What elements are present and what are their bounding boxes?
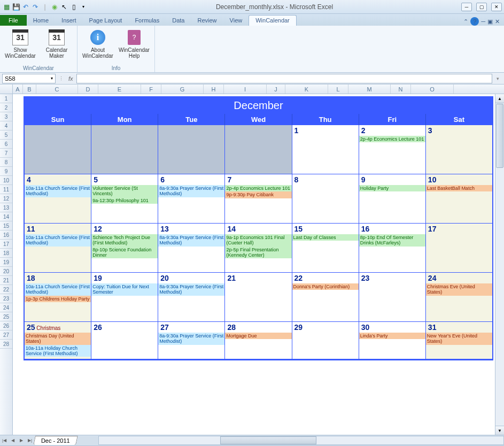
column-header[interactable]: L [328,84,348,94]
column-header[interactable]: K [285,84,328,94]
scroll-thumb[interactable] [496,104,503,168]
row-header[interactable]: 24 [0,303,12,312]
calendar-maker-button[interactable]: 31 Calendar Maker [41,28,73,65]
row-header[interactable]: 4 [0,121,12,130]
calendar-day-cell[interactable]: 28Mortgage Due [225,322,292,359]
row-header[interactable]: 26 [0,321,12,330]
calendar-event[interactable]: 2p-4p Economics Lecture 101 [359,136,425,142]
tab-review[interactable]: Review [191,16,223,26]
calendar-day-cell[interactable]: 12Schience Tech Project Due (First Metho… [91,224,158,273]
calendar-day-cell[interactable]: 9Holiday Party [359,174,426,224]
calendar-day-cell[interactable]: 30Linda's Party [359,322,426,359]
calendar-event[interactable]: Last Day of Classes [292,234,359,241]
ribbon-minimize-icon[interactable]: ⌃ [463,18,468,25]
row-header[interactable]: 11 [0,185,12,194]
tab-view[interactable]: View [223,16,249,26]
column-header[interactable]: I [224,84,267,94]
calendar-event[interactable]: 8a-9:30a Prayer Service (First Methodist… [158,234,224,247]
sheet-tab-active[interactable]: Dec - 2011 [33,436,77,445]
row-header[interactable]: 14 [0,212,12,221]
tab-last-icon[interactable]: ▶| [26,436,34,445]
row-header[interactable]: 9 [0,167,12,176]
calendar-day-cell[interactable]: 19Copy: Tuition Due for Next Semester [91,273,158,322]
row-header[interactable]: 2 [0,103,12,112]
column-header[interactable]: E [98,84,141,94]
row-header[interactable]: 27 [0,330,12,340]
tab-insert[interactable]: Insert [55,16,83,26]
row-header[interactable]: 10 [0,176,12,185]
row-header[interactable]: 6 [0,140,12,149]
row-header[interactable]: 13 [0,203,12,212]
calendar-event[interactable]: 2p-5p Final Presentation (Kennedy Center… [225,247,291,259]
sheet-content[interactable]: December SunMonTueWedThuFriSat 122p-4p E… [13,94,504,435]
name-box-expand-icon[interactable]: ⋮ [57,76,65,81]
doc-icon[interactable]: ▯ [69,3,78,11]
calendar-day-cell[interactable]: 5Volunteer Service (St Vincents)9a-12:30… [91,174,158,224]
calendar-day-cell[interactable]: 17 [426,224,492,273]
calendar-event[interactable]: 10a-11a Holiday Church Service (First Me… [25,345,91,357]
calendar-day-cell[interactable]: 278a-9:30a Prayer Service (First Methodi… [158,322,225,359]
row-header[interactable]: 21 [0,276,12,285]
calendar-day-cell[interactable]: 168p-10p End Of Semester Drinks (McFarle… [359,224,426,273]
workbook-minimize-icon[interactable]: ─ [481,18,485,25]
calendar-event[interactable]: 10a-11a Church Service (First Methodist) [25,185,91,197]
calendar-event[interactable]: Christmas Day (United States) [25,333,91,345]
calendar-event[interactable]: Linda's Party [359,333,425,339]
calendar-event[interactable]: Copy: Tuition Due for Next Semester [91,283,158,296]
tab-file[interactable]: File [0,15,27,26]
calendar-event[interactable]: 9a-1p Economics 101 Final (Cueter Hall) [225,234,291,247]
row-header[interactable]: 16 [0,230,12,240]
row-header[interactable]: 8 [0,158,12,167]
column-header[interactable]: C [36,84,78,94]
formula-expand-icon[interactable]: ▾ [493,76,502,81]
column-header[interactable]: O [411,84,454,94]
calendar-day-cell[interactable]: 15Last Day of Classes [292,224,359,273]
row-header[interactable]: 28 [0,340,12,349]
help-icon[interactable]: ? [470,17,479,26]
calendar-event[interactable]: 1p-3p Childrens Holiday Party [25,296,91,302]
calendar-day-cell[interactable]: 22p-4p Economics Lecture 101 [359,125,426,174]
tab-first-icon[interactable]: |◀ [0,436,9,445]
orb-icon[interactable]: ◉ [50,3,59,11]
row-header[interactable]: 12 [0,194,12,203]
tab-formulas[interactable]: Formulas [128,16,166,26]
calendar-event[interactable]: 9a-12:30p Philosophy 101 [91,197,158,204]
calendar-day-cell[interactable]: 29 [292,322,359,359]
row-header[interactable]: 20 [0,267,12,276]
calendar-event[interactable]: Last BasketBall Match [426,185,492,191]
calendar-event[interactable]: New Year's Eve (United States) [426,333,492,345]
workbook-close-icon[interactable]: ✕ [495,18,500,25]
show-wincalendar-button[interactable]: 31 Show WinCalendar [4,28,36,65]
calendar-day-cell[interactable]: 8 [292,174,359,224]
row-header[interactable]: 18 [0,249,12,258]
calendar-event[interactable]: 10a-11a Church Service (First Methodist) [25,234,91,247]
row-header[interactable]: 25 [0,312,12,321]
calendar-day-cell[interactable]: 138a-9:30a Prayer Service (First Methodi… [158,224,225,273]
fx-label[interactable]: fx [66,75,75,82]
row-header[interactable]: 5 [0,130,12,140]
workbook-restore-icon[interactable]: ▣ [487,18,493,25]
calendar-day-cell[interactable]: 22Donna's Party (Corinthian) [292,273,359,322]
minimize-button[interactable]: ─ [461,3,472,11]
calendar-event[interactable]: Christmas Eve (United States) [426,283,492,296]
select-all-corner[interactable] [0,84,13,94]
row-header[interactable]: 15 [0,221,12,230]
calendar-event[interactable]: Volunteer Service (St Vincents) [91,185,158,197]
about-wincalendar-button[interactable]: i About WinCalendar [82,28,114,65]
close-button[interactable]: ✕ [491,3,502,11]
save-icon[interactable]: 💾 [12,3,20,11]
calendar-event[interactable]: 8p-10p Science Foundation Dinner [91,247,158,259]
scroll-up-button[interactable]: ▲ [495,94,504,103]
calendar-day-cell[interactable]: 149a-1p Economics 101 Final (Cueter Hall… [225,224,292,273]
calendar-day-cell[interactable]: 3 [426,125,492,174]
calendar-day-cell[interactable]: 208a-9:30a Prayer Service (First Methodi… [158,273,225,322]
calendar-day-cell[interactable]: 24Christmas Eve (United States) [426,273,492,322]
tab-next-icon[interactable]: ▶ [17,436,26,445]
column-header[interactable]: D [78,84,98,94]
row-header[interactable]: 1 [0,94,12,103]
calendar-event[interactable]: 9p-9:30p Pay Citibank [225,191,291,198]
wincalendar-help-button[interactable]: ? WinCalendar Help [118,28,150,65]
column-header[interactable]: N [391,84,411,94]
undo-icon[interactable]: ↶ [21,3,30,11]
column-header[interactable]: G [161,84,204,94]
